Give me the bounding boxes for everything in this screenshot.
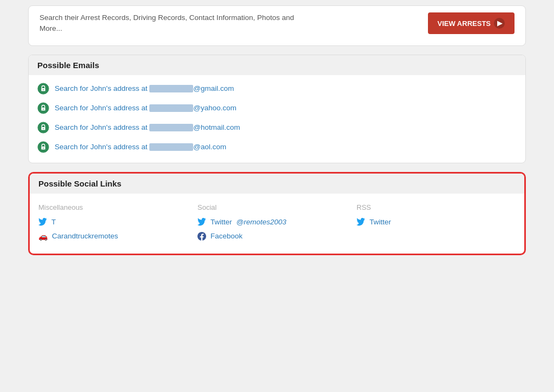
svg-point-5 <box>43 108 44 109</box>
svg-point-11 <box>43 147 44 148</box>
arrest-records-card: Search their Arrest Records, Driving Rec… <box>28 5 526 46</box>
email-item-yahoo[interactable]: Search for John's address at remotes2003… <box>37 102 517 114</box>
view-arrests-button[interactable]: VIEW ARRESTS ▶ <box>428 12 515 34</box>
social-column: Social Twitter @remotes2003 Facebook <box>197 203 357 241</box>
view-arrests-label: VIEW ARRESTS <box>438 19 491 28</box>
car-truck-icon: 🚗 <box>38 232 48 241</box>
arrest-text-line1: Search their Arrest Records, Driving Rec… <box>39 14 294 22</box>
blurred-gmail: remotes2003 <box>149 85 193 92</box>
social-links-card: Possible Social Links Miscellaneous T 🚗 … <box>28 172 526 255</box>
twitter-icon-social <box>197 218 206 227</box>
social-column-header: Social <box>197 203 357 211</box>
twitter-icon-misc-t <box>38 218 47 227</box>
social-columns: Miscellaneous T 🚗 Carandtruckremotes S <box>30 194 524 254</box>
facebook-icon-social <box>197 232 206 241</box>
svg-point-2 <box>43 89 44 90</box>
rss-column-header: RSS <box>357 203 516 211</box>
svg-point-8 <box>43 128 44 129</box>
social-twitter-label: Twitter <box>210 218 232 226</box>
social-links-header: Possible Social Links <box>30 174 524 194</box>
blurred-hotmail: remotes2003 <box>149 124 193 131</box>
emails-card: Possible Emails Search for John's addres… <box>28 55 526 163</box>
emails-list: Search for John's address at remotes2003… <box>29 75 525 163</box>
arrest-records-text: Search their Arrest Records, Driving Rec… <box>39 12 294 35</box>
rss-column: RSS Twitter <box>357 203 516 241</box>
social-card-inner: Possible Social Links Miscellaneous T 🚗 … <box>30 174 524 254</box>
misc-car-link[interactable]: 🚗 Carandtruckremotes <box>38 232 197 241</box>
blurred-aol: remotes2003 <box>149 143 193 151</box>
misc-twitter-t-link[interactable]: T <box>38 218 197 227</box>
lock-icon-hotmail <box>37 122 49 134</box>
lock-icon-yahoo <box>37 102 49 114</box>
email-item-gmail[interactable]: Search for John's address at remotes2003… <box>37 83 517 95</box>
misc-column-header: Miscellaneous <box>38 203 197 211</box>
lock-icon-gmail <box>37 83 49 95</box>
blurred-yahoo: remotes2003 <box>149 104 193 112</box>
lock-icon-aol <box>37 141 49 153</box>
email-item-hotmail[interactable]: Search for John's address at remotes2003… <box>37 122 517 134</box>
misc-car-label: Carandtruckremotes <box>52 232 118 240</box>
page-wrapper: Search their Arrest Records, Driving Rec… <box>17 0 537 266</box>
emails-header: Possible Emails <box>29 55 525 75</box>
arrest-text-line2: More... <box>39 24 62 32</box>
email-item-aol[interactable]: Search for John's address at remotes2003… <box>37 141 517 153</box>
arrow-icon: ▶ <box>494 18 505 29</box>
email-text-hotmail: Search for John's address at remotes2003… <box>55 123 240 131</box>
email-text-yahoo: Search for John's address at remotes2003… <box>55 104 236 112</box>
social-twitter-link[interactable]: Twitter @remotes2003 <box>197 218 357 227</box>
rss-twitter-link[interactable]: Twitter <box>357 218 516 227</box>
email-text-gmail: Search for John's address at remotes2003… <box>55 84 234 92</box>
misc-twitter-t-label: T <box>51 218 56 226</box>
social-twitter-handle: @remotes2003 <box>236 218 287 226</box>
rss-twitter-label: Twitter <box>370 218 391 226</box>
social-facebook-link[interactable]: Facebook <box>197 232 357 241</box>
social-facebook-label: Facebook <box>210 232 242 240</box>
twitter-icon-rss <box>357 218 365 227</box>
email-text-aol: Search for John's address at remotes2003… <box>55 143 226 151</box>
misc-column: Miscellaneous T 🚗 Carandtruckremotes <box>38 203 197 241</box>
